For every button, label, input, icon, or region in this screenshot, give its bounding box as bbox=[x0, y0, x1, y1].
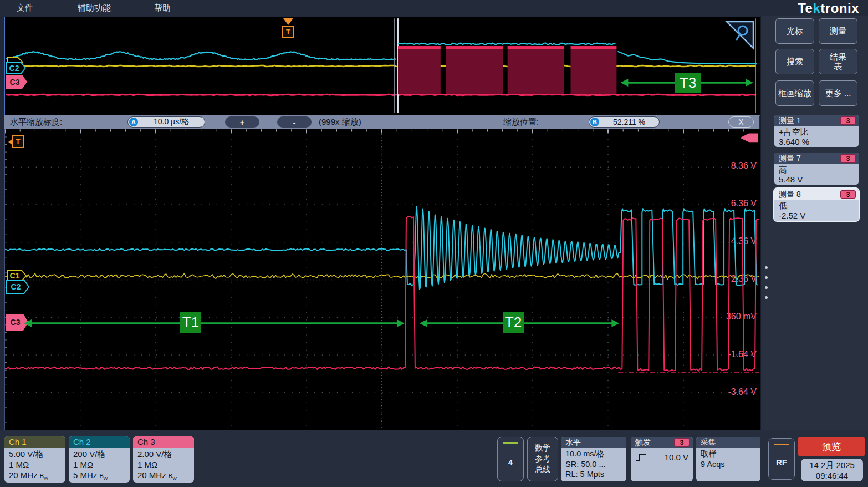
tektronix-logo: Tektronix bbox=[798, 1, 859, 16]
measurement-name: 低 bbox=[779, 201, 854, 211]
zoom-control-bar: 水平缩放标度: A 10.0 µs/格 + - (999x 缩放) 缩放位置: … bbox=[4, 115, 759, 129]
measurement-title: 测量 7 bbox=[779, 154, 801, 163]
overview-ch2-label[interactable]: C2 bbox=[6, 62, 26, 74]
ch3-scale: 2.00 V/格 bbox=[137, 449, 190, 459]
sidebar-divider bbox=[767, 110, 863, 110]
menu-help[interactable]: 帮助 bbox=[154, 2, 171, 13]
measurement-value: 5.48 V bbox=[779, 175, 854, 185]
rising-edge-icon bbox=[635, 453, 647, 463]
ch1-badge-title: Ch 1 bbox=[4, 436, 65, 448]
math-ref-bus-button[interactable]: 数学 参考 总线 bbox=[527, 437, 558, 481]
trigger-level: 10.0 V bbox=[653, 453, 688, 463]
measurement-value: 3.640 % bbox=[779, 137, 854, 147]
zoom-scale-label: 水平缩放标度: bbox=[10, 117, 62, 127]
annotation-overlay bbox=[5, 129, 759, 430]
results-table-button[interactable]: 结果 表 bbox=[819, 49, 857, 74]
trigger-t-icon: T bbox=[282, 26, 294, 38]
measurement-title: 测量 8 bbox=[779, 190, 801, 199]
source-chip: 3 bbox=[840, 154, 856, 163]
right-sidebar: 光标 测量 搜索 结果 表 框画缩放 更多 ... 测量 1 3 +占空比 3.… bbox=[760, 16, 868, 430]
ch2-badge[interactable]: Ch 2 200 V/格 1 MΩ 5 MHz BW bbox=[69, 436, 130, 483]
ch1-scale: 5.00 V/格 bbox=[9, 449, 61, 459]
waveform-overview[interactable]: T C2 C3 T3 bbox=[4, 17, 760, 116]
box-zoom-button[interactable]: 框画缩放 bbox=[775, 80, 814, 106]
trigger-source-chip: 3 bbox=[674, 438, 690, 447]
measurement-badge-8[interactable]: 测量 8 3 低 -2.52 V bbox=[774, 189, 859, 221]
menu-bar: 文件 辅助功能 帮助 Tektronix bbox=[0, 0, 868, 16]
zoom-position-label: 缩放位置: bbox=[503, 117, 539, 127]
zoom-out-button[interactable]: - bbox=[277, 116, 312, 128]
zoom-factor-label: (999x 缩放) bbox=[319, 117, 361, 127]
knob-a-icon: A bbox=[129, 118, 138, 126]
ch2-badge-title: Ch 2 bbox=[69, 436, 130, 448]
rf-label: RF bbox=[776, 445, 787, 479]
ch4-badge[interactable]: 4 bbox=[497, 437, 524, 481]
t2-annotation-label: T2 bbox=[503, 312, 524, 333]
trigger-indicator-marker[interactable]: T bbox=[12, 135, 24, 148]
horizontal-title: 水平 bbox=[561, 437, 626, 448]
trigger-title: 触发 bbox=[635, 438, 651, 447]
acquisition-badge[interactable]: 采集 取样 9 Acqs bbox=[696, 437, 760, 481]
trigger-arrow-icon bbox=[283, 18, 293, 25]
time-text: 09:46:44 bbox=[816, 470, 848, 481]
source-chip: 3 bbox=[840, 116, 856, 125]
date-text: 14 2月 2025 bbox=[809, 460, 855, 470]
sample-rate: SR: 50.0 ... bbox=[565, 459, 622, 470]
zoom-tool-icon[interactable] bbox=[724, 19, 755, 50]
horizontal-scale: 10.0 ms/格 bbox=[565, 449, 622, 459]
measurement-name: +占空比 bbox=[779, 127, 854, 137]
acquisition-count: 9 Acqs bbox=[701, 459, 756, 470]
measurement-badge-7[interactable]: 测量 7 3 高 5.48 V bbox=[774, 153, 859, 185]
t1-annotation-label: T1 bbox=[180, 312, 201, 333]
menu-file[interactable]: 文件 bbox=[17, 2, 33, 13]
measure-button[interactable]: 测量 bbox=[819, 18, 857, 44]
zoom-scale-value: 10.0 µs/格 bbox=[138, 117, 205, 127]
ch3-impedance: 1 MΩ bbox=[137, 459, 190, 470]
trigger-badge[interactable]: 触发 3 10.0 V bbox=[631, 437, 693, 481]
ch3-badge-title: Ch 3 bbox=[133, 436, 194, 448]
cursors-button[interactable]: 光标 bbox=[775, 18, 814, 44]
zoom-scale-control[interactable]: A 10.0 µs/格 bbox=[127, 116, 205, 128]
ch3-bandwidth: 20 MHz BW bbox=[137, 470, 190, 483]
knob-b-icon: B bbox=[590, 118, 599, 126]
measurement-value: -2.52 V bbox=[779, 211, 854, 221]
measurement-badge-1[interactable]: 测量 1 3 +占空比 3.640 % bbox=[774, 115, 859, 147]
horizontal-badge[interactable]: 水平 10.0 ms/格 SR: 50.0 ... RL: 5 Mpts bbox=[561, 437, 626, 481]
ch1-impedance: 1 MΩ bbox=[9, 459, 61, 470]
ch4-label: 4 bbox=[508, 444, 513, 481]
measurement-name: 高 bbox=[779, 165, 854, 175]
datetime-display: 14 2月 2025 09:46:44 bbox=[801, 459, 863, 481]
more-button[interactable]: 更多 ... bbox=[819, 80, 857, 106]
trigger-position-marker[interactable]: T bbox=[281, 18, 295, 38]
overview-waveforms bbox=[5, 17, 759, 114]
panel-drag-handle[interactable] bbox=[765, 266, 768, 299]
source-chip: 3 bbox=[840, 190, 856, 199]
search-button[interactable]: 搜索 bbox=[775, 49, 814, 74]
ch1-bandwidth: 20 MHz BW bbox=[9, 470, 61, 483]
oscilloscope-app: 文件 辅助功能 帮助 Tektronix T C2 C3 T3 bbox=[0, 0, 868, 487]
zoom-close-button[interactable]: X bbox=[728, 116, 754, 128]
record-length: RL: 5 Mpts bbox=[565, 469, 622, 480]
ch2-impedance: 1 MΩ bbox=[73, 459, 125, 470]
ch2-scale: 200 V/格 bbox=[73, 449, 125, 459]
zoom-in-button[interactable]: + bbox=[225, 116, 259, 128]
t3-annotation-label: T3 bbox=[675, 73, 701, 93]
zoom-position-control[interactable]: B 52.211 % bbox=[589, 116, 660, 128]
main-waveform-display[interactable]: 8.36 V 6.36 V 4.36 V 2.36 V 360 mV -1.64… bbox=[4, 129, 761, 431]
acquisition-mode: 取样 bbox=[701, 449, 756, 459]
preview-button[interactable]: 预览 bbox=[798, 437, 865, 456]
ch2-bandwidth: 5 MHz BW bbox=[73, 470, 125, 483]
menu-utility[interactable]: 辅助功能 bbox=[78, 2, 111, 13]
zoom-position-value: 52.211 % bbox=[599, 118, 659, 126]
rf-badge[interactable]: RF bbox=[768, 438, 795, 480]
ch1-badge[interactable]: Ch 1 5.00 V/格 1 MΩ 20 MHz BW bbox=[4, 436, 65, 483]
overview-ch3-label[interactable]: C3 bbox=[6, 75, 27, 89]
acquisition-title: 采集 bbox=[696, 437, 760, 448]
measurement-title: 测量 1 bbox=[779, 116, 801, 125]
bottom-settings-bar: Ch 1 5.00 V/格 1 MΩ 20 MHz BW Ch 2 200 V/… bbox=[0, 430, 868, 487]
ch3-badge[interactable]: Ch 3 2.00 V/格 1 MΩ 20 MHz BW bbox=[133, 436, 194, 483]
